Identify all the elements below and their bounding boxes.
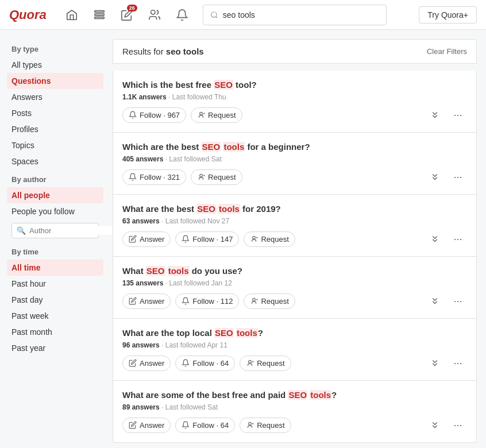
more-options-button[interactable]: ··· <box>449 168 467 186</box>
more-options-button[interactable]: ··· <box>449 106 467 124</box>
question-actions: Follow · 967 Request ··· <box>122 106 467 124</box>
question-meta: 63 answers · Last followed Nov 27 <box>122 217 467 225</box>
answer-button[interactable]: Answer <box>122 418 171 433</box>
answers-count: 135 answers <box>122 279 163 287</box>
highlight-seo: SEO <box>146 266 165 276</box>
request-button[interactable]: Request <box>240 418 291 433</box>
svg-point-12 <box>253 236 256 239</box>
sidebar-item-all-people[interactable]: All people <box>7 187 103 203</box>
question-actions: Answer Follow · 147 Request ··· <box>122 230 467 248</box>
last-followed: · Last followed Nov 27 <box>161 217 229 225</box>
follow-button[interactable]: Follow · 64 <box>175 356 235 371</box>
quora-logo[interactable]: Quora <box>9 7 47 22</box>
more-options-button[interactable]: ··· <box>449 354 467 372</box>
downvote-button[interactable] <box>426 416 444 434</box>
nav-icons: 26 <box>60 3 194 26</box>
svg-point-9 <box>200 174 203 177</box>
sidebar-item-all-time[interactable]: All time <box>7 260 103 276</box>
last-followed: · Last followed Thu <box>168 93 226 101</box>
question-meta: 1.1K answers · Last followed Thu <box>122 93 467 101</box>
follow-button[interactable]: Follow · 321 <box>122 169 186 185</box>
answers-count: 1.1K answers <box>122 93 167 101</box>
question-actions: Answer Follow · 64 Request ··· <box>122 416 467 434</box>
sidebar-item-past-year[interactable]: Past year <box>7 340 103 356</box>
highlight-tools: tools <box>218 204 240 214</box>
bell-icon <box>176 9 188 21</box>
highlight-tools: tools <box>310 390 331 400</box>
question-title: What are some of the best free and paid … <box>122 389 467 401</box>
request-icon <box>246 359 254 367</box>
svg-rect-2 <box>95 17 105 18</box>
svg-point-3 <box>151 10 155 14</box>
request-button[interactable]: Request <box>240 356 291 371</box>
question-actions: Follow · 321 Request ··· <box>122 168 467 186</box>
downvote-icon <box>430 358 440 368</box>
write-badge: 26 <box>127 5 137 11</box>
request-icon <box>197 173 205 181</box>
sidebar-item-posts[interactable]: Posts <box>7 105 103 121</box>
question-card: What are some of the best free and paid … <box>113 381 477 443</box>
question-card: What are the best SEO tools for 2019? 63… <box>113 195 477 257</box>
try-plus-button[interactable]: Try Quora+ <box>419 6 477 24</box>
request-button[interactable]: Request <box>244 293 295 309</box>
request-button[interactable]: Request <box>244 231 295 247</box>
sidebar-item-all-types[interactable]: All types <box>7 57 103 73</box>
request-button[interactable]: Request <box>191 169 242 185</box>
sidebar-item-people-you-follow[interactable]: People you follow <box>7 203 103 219</box>
sidebar-item-past-day[interactable]: Past day <box>7 292 103 308</box>
answer-button[interactable]: Answer <box>122 293 171 309</box>
follow-button[interactable]: Follow · 64 <box>175 418 235 433</box>
follow-button[interactable]: Follow · 967 <box>122 107 186 123</box>
question-title: Which is the best free SEO tool? <box>122 79 467 91</box>
request-icon <box>250 235 258 243</box>
sidebar-item-topics[interactable]: Topics <box>7 137 103 153</box>
svg-point-15 <box>253 298 256 301</box>
last-followed: · Last followed Sat <box>161 403 218 411</box>
sidebar-item-answers[interactable]: Answers <box>7 89 103 105</box>
feed-nav-button[interactable] <box>88 3 111 26</box>
write-nav-button[interactable]: 26 <box>115 3 138 26</box>
more-options-button[interactable]: ··· <box>449 230 467 248</box>
highlight-seo: SEO <box>214 80 233 90</box>
answer-button[interactable]: Answer <box>122 356 171 371</box>
sidebar-item-past-week[interactable]: Past week <box>7 308 103 324</box>
downvote-button[interactable] <box>426 292 444 310</box>
downvote-button[interactable] <box>426 106 444 124</box>
search-input[interactable] <box>223 10 379 20</box>
sidebar-item-profiles[interactable]: Profiles <box>7 121 103 137</box>
answers-count: 96 answers <box>122 341 160 349</box>
question-card: Which are the best SEO tools for a begin… <box>113 133 477 195</box>
highlight-tools: tools <box>236 328 258 338</box>
follow-icon <box>182 359 190 367</box>
clear-filters-button[interactable]: Clear Filters <box>427 47 467 56</box>
sidebar-item-past-month[interactable]: Past month <box>7 324 103 340</box>
community-nav-button[interactable] <box>143 3 166 26</box>
downvote-button[interactable] <box>426 168 444 186</box>
follow-button[interactable]: Follow · 147 <box>175 231 239 247</box>
list-icon <box>93 9 106 21</box>
answers-count: 89 answers <box>122 403 160 411</box>
svg-rect-0 <box>95 10 105 12</box>
last-followed: · Last followed Sat <box>165 155 222 163</box>
by-type-section-title: By type <box>7 39 103 57</box>
answer-icon <box>129 359 137 367</box>
more-options-button[interactable]: ··· <box>449 416 467 434</box>
notifications-nav-button[interactable] <box>171 3 194 26</box>
highlight-tools: tools <box>223 142 245 152</box>
question-actions: Answer Follow · 112 Request ··· <box>122 292 467 310</box>
request-button[interactable]: Request <box>191 107 242 123</box>
header: Quora 26 <box>0 0 486 30</box>
downvote-button[interactable] <box>426 354 444 372</box>
follow-button[interactable]: Follow · 112 <box>175 293 239 309</box>
home-icon <box>65 9 78 21</box>
sidebar-item-questions[interactable]: Questions <box>7 73 103 89</box>
by-author-section-title: By author <box>7 169 103 187</box>
answer-button[interactable]: Answer <box>122 231 171 247</box>
more-options-button[interactable]: ··· <box>449 292 467 310</box>
sidebar-item-past-hour[interactable]: Past hour <box>7 276 103 292</box>
sidebar-item-spaces[interactable]: Spaces <box>7 153 103 169</box>
downvote-icon <box>430 172 440 182</box>
question-card: Which is the best free SEO tool? 1.1K an… <box>113 71 477 133</box>
home-nav-button[interactable] <box>60 3 83 26</box>
downvote-button[interactable] <box>426 230 444 248</box>
